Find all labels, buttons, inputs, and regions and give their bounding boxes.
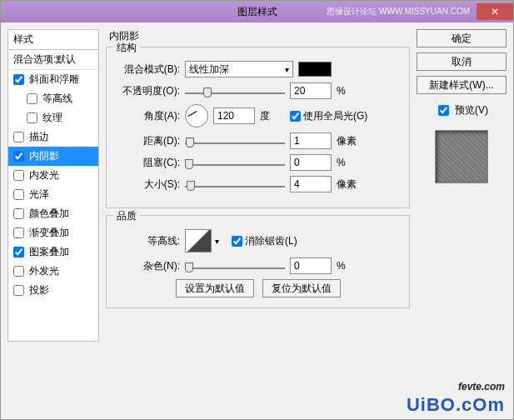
style-item-2[interactable]: 纹理 bbox=[8, 108, 98, 128]
angle-unit: 度 bbox=[260, 109, 285, 123]
style-item-10[interactable]: 外发光 bbox=[8, 262, 98, 281]
dialog-buttons: 确定 取消 新建样式(W)... 预览(V) bbox=[417, 29, 507, 412]
antialias-input[interactable] bbox=[232, 236, 242, 247]
preview-input[interactable] bbox=[438, 105, 449, 116]
style-item-label: 内阴影 bbox=[29, 149, 59, 163]
angle-dial[interactable] bbox=[185, 104, 208, 128]
style-item-checkbox[interactable] bbox=[13, 74, 24, 85]
noise-label: 杂色(N): bbox=[113, 259, 180, 273]
ok-button[interactable]: 确定 bbox=[417, 29, 507, 48]
style-item-7[interactable]: 颜色叠加 bbox=[8, 204, 98, 223]
cancel-button[interactable]: 取消 bbox=[417, 52, 507, 71]
style-item-9[interactable]: 图案叠加 bbox=[8, 242, 98, 262]
blend-mode-label: 混合模式(B): bbox=[113, 62, 180, 77]
structure-group-label: 结构 bbox=[113, 41, 140, 55]
global-light-input[interactable] bbox=[290, 111, 301, 122]
close-button[interactable]: ✕ bbox=[477, 3, 513, 20]
effect-settings-panel: 内阴影 结构 混合模式(B): 线性加深 ▾ 不透明度(O): 2 bbox=[106, 29, 410, 412]
style-item-checkbox[interactable] bbox=[13, 151, 24, 162]
style-item-checkbox[interactable] bbox=[13, 189, 24, 200]
choke-label: 阻塞(C): bbox=[113, 156, 180, 170]
new-style-button[interactable]: 新建样式(W)... bbox=[417, 76, 507, 94]
style-item-label: 光泽 bbox=[29, 188, 49, 202]
size-unit: 像素 bbox=[337, 178, 362, 192]
styles-list: 混合选项:默认 斜面和浮雕等高线纹理描边内阴影内发光光泽颜色叠加渐变叠加图案叠加… bbox=[7, 50, 99, 342]
style-item-label: 纹理 bbox=[42, 111, 62, 125]
style-item-label: 等高线 bbox=[42, 92, 72, 106]
style-item-checkbox[interactable] bbox=[13, 132, 24, 142]
effect-title: 内阴影 bbox=[106, 29, 410, 47]
close-icon: ✕ bbox=[491, 6, 499, 18]
blend-mode-value: 线性加深 bbox=[189, 62, 229, 77]
styles-header[interactable]: 样式 bbox=[7, 29, 99, 50]
size-label: 大小(S): bbox=[113, 178, 180, 192]
size-input[interactable]: 4 bbox=[290, 176, 332, 192]
opacity-input[interactable]: 20 bbox=[290, 82, 332, 99]
distance-label: 距离(D): bbox=[113, 134, 180, 148]
style-item-label: 外发光 bbox=[29, 264, 59, 278]
style-item-0[interactable]: 斜面和浮雕 bbox=[8, 70, 98, 89]
style-item-checkbox[interactable] bbox=[13, 247, 24, 258]
opacity-slider[interactable] bbox=[185, 84, 285, 98]
style-item-checkbox[interactable] bbox=[27, 112, 37, 123]
size-slider[interactable] bbox=[185, 178, 285, 191]
style-item-8[interactable]: 渐变叠加 bbox=[8, 223, 98, 242]
layer-style-dialog: 图层样式 思缘设计论坛 WWW.MISSYUAN.COM ✕ 样式 混合选项:默… bbox=[0, 0, 514, 420]
reset-default-button[interactable]: 复位为默认值 bbox=[262, 279, 341, 298]
antialias-label: 消除锯齿(L) bbox=[245, 234, 297, 248]
contour-picker[interactable]: ▾ bbox=[185, 229, 212, 252]
preview-thumbnail bbox=[435, 130, 488, 183]
style-item-label: 内发光 bbox=[29, 168, 59, 182]
styles-panel: 样式 混合选项:默认 斜面和浮雕等高线纹理描边内阴影内发光光泽颜色叠加渐变叠加图… bbox=[7, 29, 99, 412]
quality-group-label: 品质 bbox=[113, 209, 140, 223]
style-item-checkbox[interactable] bbox=[13, 285, 24, 296]
distance-slider[interactable] bbox=[185, 134, 285, 148]
style-item-checkbox[interactable] bbox=[13, 266, 24, 277]
make-default-button[interactable]: 设置为默认值 bbox=[176, 279, 254, 298]
quality-group: 品质 等高线: ▾ 消除锯齿(L) 杂色(N): bbox=[106, 215, 410, 308]
global-light-checkbox[interactable]: 使用全局光(G) bbox=[290, 109, 367, 123]
style-item-label: 颜色叠加 bbox=[29, 207, 69, 221]
distance-unit: 像素 bbox=[337, 134, 362, 148]
opacity-label: 不透明度(O): bbox=[113, 84, 180, 98]
opacity-unit: % bbox=[337, 85, 362, 97]
angle-label: 角度(A): bbox=[113, 109, 180, 123]
style-item-label: 图案叠加 bbox=[29, 245, 69, 259]
blend-mode-select[interactable]: 线性加深 ▾ bbox=[185, 61, 293, 78]
color-swatch[interactable] bbox=[298, 62, 332, 77]
style-item-label: 渐变叠加 bbox=[29, 226, 69, 240]
style-item-11[interactable]: 投影 bbox=[8, 281, 98, 300]
choke-slider[interactable] bbox=[185, 156, 285, 169]
noise-slider[interactable] bbox=[185, 259, 285, 272]
preview-label: 预览(V) bbox=[455, 103, 488, 118]
style-item-label: 描边 bbox=[29, 130, 49, 144]
noise-input[interactable]: 0 bbox=[290, 258, 332, 274]
watermark-top: 思缘设计论坛 WWW.MISSYUAN.COM bbox=[327, 6, 470, 18]
style-item-checkbox[interactable] bbox=[13, 228, 24, 238]
contour-label: 等高线: bbox=[113, 234, 180, 248]
style-item-3[interactable]: 描边 bbox=[8, 128, 98, 147]
distance-input[interactable]: 1 bbox=[290, 132, 332, 149]
style-item-4[interactable]: 内阴影 bbox=[8, 147, 98, 166]
style-item-checkbox[interactable] bbox=[13, 208, 24, 219]
choke-input[interactable]: 0 bbox=[290, 154, 332, 171]
style-item-5[interactable]: 内发光 bbox=[8, 166, 98, 185]
noise-unit: % bbox=[337, 260, 362, 272]
choke-unit: % bbox=[337, 157, 362, 168]
style-item-6[interactable]: 光泽 bbox=[8, 185, 98, 204]
global-light-label: 使用全局光(G) bbox=[303, 109, 367, 123]
structure-group: 结构 混合模式(B): 线性加深 ▾ 不透明度(O): 20 % bbox=[106, 47, 410, 208]
chevron-down-icon: ▾ bbox=[285, 65, 289, 74]
preview-checkbox[interactable]: 预览(V) bbox=[417, 102, 507, 118]
style-item-checkbox[interactable] bbox=[13, 170, 24, 181]
window-title: 图层样式 bbox=[237, 5, 277, 19]
style-item-1[interactable]: 等高线 bbox=[8, 89, 98, 108]
angle-input[interactable]: 120 bbox=[213, 108, 255, 124]
titlebar: 图层样式 思缘设计论坛 WWW.MISSYUAN.COM ✕ bbox=[1, 1, 513, 22]
style-item-label: 投影 bbox=[29, 283, 49, 298]
antialias-checkbox[interactable]: 消除锯齿(L) bbox=[232, 234, 297, 248]
chevron-down-icon: ▾ bbox=[215, 237, 219, 246]
style-item-label: 斜面和浮雕 bbox=[29, 72, 79, 87]
blend-options-default[interactable]: 混合选项:默认 bbox=[8, 50, 98, 70]
style-item-checkbox[interactable] bbox=[27, 93, 37, 104]
